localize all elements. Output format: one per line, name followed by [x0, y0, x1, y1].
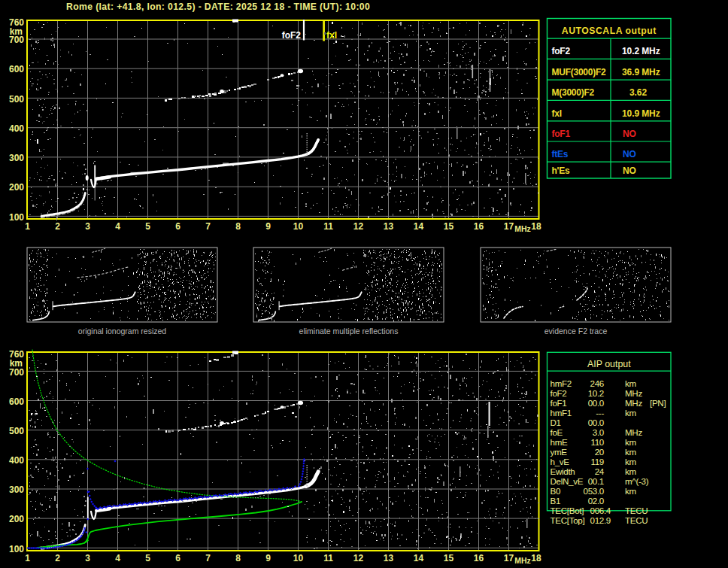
svg-text:hmF1: hmF1 [551, 408, 572, 418]
svg-text:km: km [625, 486, 636, 496]
svg-text:13: 13 [384, 221, 394, 232]
svg-text:00.0: 00.0 [588, 418, 604, 427]
svg-text:110: 110 [590, 437, 604, 447]
svg-text:12: 12 [353, 553, 364, 563]
svg-text:2: 2 [55, 221, 60, 232]
svg-text:6: 6 [175, 553, 180, 563]
svg-text:12: 12 [353, 221, 364, 232]
svg-text:km: km [625, 378, 636, 388]
svg-text:m^(-3): m^(-3) [625, 476, 649, 486]
svg-text:500: 500 [9, 94, 24, 105]
svg-text:9: 9 [265, 221, 271, 232]
svg-text:km: km [625, 437, 636, 447]
svg-text:4: 4 [115, 553, 120, 563]
svg-text:7: 7 [205, 553, 211, 563]
svg-text:8: 8 [235, 553, 241, 563]
svg-text:17: 17 [504, 221, 514, 232]
svg-text:8: 8 [235, 221, 241, 232]
svg-text:NO: NO [623, 166, 636, 176]
svg-text:NO: NO [623, 149, 636, 159]
svg-text:700: 700 [9, 35, 24, 45]
svg-text:14: 14 [414, 553, 424, 563]
svg-text:Ewidth: Ewidth [551, 466, 575, 476]
svg-text:MHz: MHz [514, 224, 531, 233]
svg-text:original ionogram resized: original ionogram resized [78, 327, 166, 336]
svg-text:17: 17 [504, 553, 514, 563]
svg-text:00.0: 00.0 [588, 398, 604, 408]
svg-text:AIP output: AIP output [587, 359, 631, 369]
svg-text:02.0: 02.0 [588, 496, 604, 506]
svg-text:fxI: fxI [326, 30, 337, 41]
svg-text:B1: B1 [551, 496, 561, 506]
svg-text:MHz: MHz [625, 427, 642, 437]
svg-text:100: 100 [9, 544, 24, 554]
svg-text:ymE: ymE [551, 447, 568, 457]
svg-text:[PN]: [PN] [650, 398, 666, 408]
svg-text:km: km [625, 466, 636, 476]
svg-text:500: 500 [9, 426, 24, 436]
svg-text:15: 15 [444, 221, 454, 232]
svg-text:3.62: 3.62 [629, 87, 647, 98]
svg-text:00.1: 00.1 [588, 476, 604, 486]
svg-text:eliminate multiple reflections: eliminate multiple reflections [299, 327, 399, 336]
svg-text:TECU: TECU [625, 506, 648, 515]
svg-text:TECU: TECU [625, 515, 648, 525]
svg-text:053.0: 053.0 [583, 486, 604, 496]
svg-text:5: 5 [145, 553, 150, 563]
svg-text:300: 300 [9, 153, 24, 163]
svg-text:15: 15 [444, 553, 454, 563]
svg-text:fxI: fxI [552, 108, 562, 119]
svg-text:ftEs: ftEs [552, 149, 569, 159]
svg-text:1: 1 [25, 221, 30, 232]
svg-text:10: 10 [293, 221, 304, 232]
svg-text:3.0: 3.0 [593, 427, 604, 437]
svg-text:foF1: foF1 [551, 398, 567, 408]
svg-text:400: 400 [9, 455, 24, 466]
svg-text:400: 400 [9, 123, 24, 134]
svg-text:foF1: foF1 [552, 129, 571, 139]
svg-text:MHz: MHz [625, 398, 642, 408]
svg-text:700: 700 [9, 367, 24, 378]
svg-text:hmE: hmE [551, 437, 569, 447]
svg-text:foF2: foF2 [551, 388, 567, 398]
svg-text:10.2 MHz: 10.2 MHz [622, 46, 660, 56]
svg-text:1: 1 [25, 553, 30, 563]
svg-text:---: --- [596, 408, 604, 418]
svg-text:h'Es: h'Es [552, 166, 570, 176]
svg-text:DelN_vE: DelN_vE [551, 476, 584, 486]
svg-text:4: 4 [115, 221, 120, 232]
svg-text:20: 20 [595, 447, 604, 457]
svg-text:300: 300 [9, 484, 24, 495]
svg-text:km: km [625, 408, 636, 418]
svg-text:foF2: foF2 [282, 30, 302, 41]
svg-text:600: 600 [9, 396, 24, 407]
svg-text:km: km [625, 447, 636, 457]
svg-text:MHz: MHz [625, 388, 642, 398]
svg-text:012.9: 012.9 [590, 515, 611, 525]
svg-text:9: 9 [265, 553, 271, 563]
svg-text:2: 2 [55, 553, 60, 563]
svg-text:10.9 MHz: 10.9 MHz [622, 108, 660, 119]
svg-text:foE: foE [551, 427, 563, 437]
svg-text:3: 3 [85, 553, 90, 563]
svg-text:13: 13 [384, 553, 394, 563]
svg-text:006.4: 006.4 [590, 506, 611, 515]
svg-text:NO: NO [623, 129, 636, 139]
svg-text:10: 10 [293, 553, 304, 563]
svg-text:16: 16 [474, 221, 484, 232]
svg-text:24: 24 [595, 466, 605, 476]
svg-text:D1: D1 [551, 418, 561, 427]
svg-text:100: 100 [9, 212, 24, 223]
svg-text:evidence F2 trace: evidence F2 trace [544, 327, 608, 336]
svg-text:km: km [625, 457, 636, 466]
svg-text:246: 246 [590, 378, 604, 388]
svg-text:3: 3 [85, 221, 90, 232]
svg-text:foF2: foF2 [552, 46, 571, 56]
svg-text:18: 18 [531, 221, 541, 232]
svg-text:TEC[Bot]: TEC[Bot] [551, 506, 584, 515]
svg-text:36.9 MHz: 36.9 MHz [622, 67, 660, 77]
svg-text:MHz: MHz [514, 556, 531, 565]
svg-text:B0: B0 [551, 486, 561, 496]
svg-text:11: 11 [323, 553, 333, 563]
svg-text:200: 200 [9, 182, 24, 193]
